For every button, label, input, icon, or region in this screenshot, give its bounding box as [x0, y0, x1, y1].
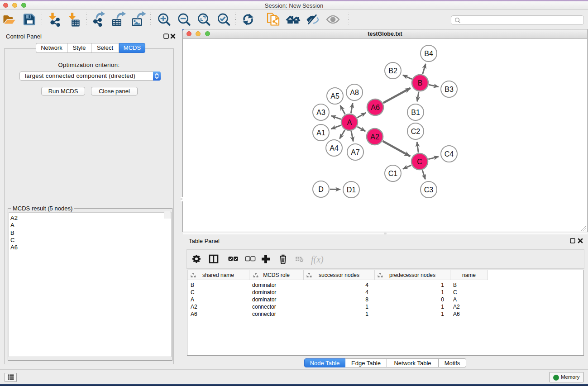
svg-text:C1: C1 [388, 170, 398, 177]
svg-text:A4: A4 [330, 144, 339, 152]
svg-text:C: C [417, 158, 422, 166]
svg-text:B3: B3 [445, 86, 454, 93]
svg-text:A8: A8 [350, 89, 359, 96]
svg-text:D: D [318, 186, 324, 193]
svg-text:C2: C2 [411, 128, 421, 135]
svg-text:B1: B1 [411, 109, 420, 116]
svg-text:C4: C4 [445, 150, 454, 158]
svg-text:B2: B2 [388, 67, 397, 75]
svg-text:B: B [418, 79, 423, 87]
svg-text:A2: A2 [370, 133, 379, 141]
svg-text:B4: B4 [424, 50, 433, 57]
svg-text:C3: C3 [424, 186, 434, 194]
svg-text:A5: A5 [330, 92, 339, 100]
svg-text:A3: A3 [316, 109, 325, 116]
svg-text:A7: A7 [351, 148, 360, 156]
svg-text:f(x): f(x) [311, 254, 324, 265]
svg-text:A6: A6 [371, 104, 380, 111]
svg-text:D1: D1 [347, 186, 356, 194]
svg-text:A1: A1 [316, 129, 325, 137]
svg-text:A: A [347, 119, 352, 126]
